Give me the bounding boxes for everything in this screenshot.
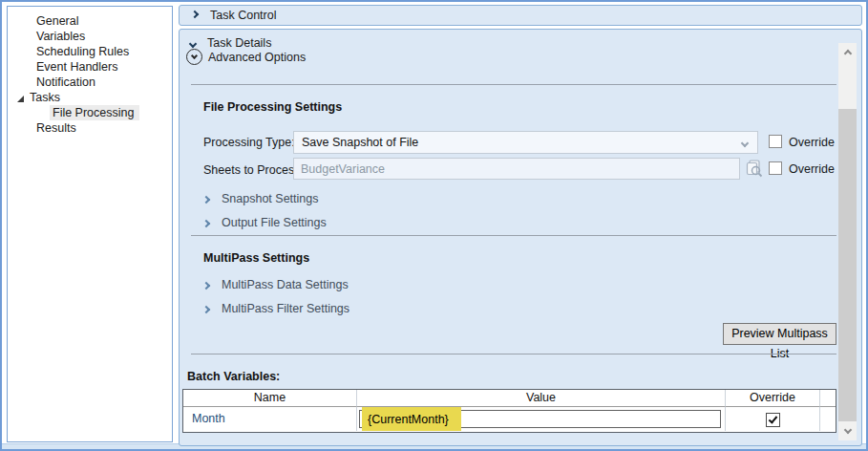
output-file-settings-expander[interactable]: Output File Settings: [203, 216, 327, 229]
task-details-panel: Task Details Advanced Options File Proce…: [179, 29, 862, 446]
scrollbar-up-button[interactable]: [838, 43, 857, 61]
sheets-override-label: Override: [789, 162, 835, 176]
tree-item-scheduling-rules[interactable]: Scheduling Rules: [8, 44, 172, 59]
tree-item-event-handlers[interactable]: Event Handlers: [8, 59, 172, 75]
chevron-right-icon: [191, 11, 199, 18]
row-spacer-cell: [820, 407, 836, 431]
task-control-label: Task Control: [210, 9, 276, 22]
column-header-name: Name: [183, 390, 357, 407]
tree-item-file-processing[interactable]: File Processing: [8, 105, 172, 120]
chevron-right-icon: [202, 305, 210, 312]
multipass-filter-settings-label: MultiPass Filter Settings: [222, 302, 349, 315]
scrollbar-thumb[interactable]: [838, 109, 857, 421]
processing-type-value: Save Snapshot of File: [302, 136, 418, 149]
tree-item-notification[interactable]: Notification: [8, 75, 172, 90]
separator: [191, 235, 836, 236]
variable-value-input[interactable]: {CurrentMonth}: [359, 410, 721, 428]
preview-multipass-list-button[interactable]: Preview Multipass List: [723, 323, 836, 345]
tree-item-tasks[interactable]: Tasks: [8, 90, 172, 105]
vertical-scrollbar[interactable]: [838, 43, 857, 440]
chevron-down-icon: [843, 426, 851, 434]
tree-item-variables[interactable]: Variables: [8, 29, 172, 44]
sheets-override-checkbox[interactable]: [769, 161, 782, 175]
batch-variables-title: Batch Variables:: [187, 370, 280, 383]
multipass-data-settings-label: MultiPass Data Settings: [222, 278, 349, 291]
separator: [191, 354, 836, 354]
task-configuration-window: General Variables Scheduling Rules Event…: [0, 0, 868, 451]
column-header-spacer: [820, 390, 836, 407]
chevron-up-icon: [843, 50, 851, 57]
sheets-to-process-input[interactable]: [293, 158, 740, 180]
tree-expanded-icon[interactable]: [17, 96, 24, 102]
chevron-right-icon: [202, 281, 210, 289]
variable-name-cell[interactable]: Month: [183, 407, 357, 431]
snapshot-settings-label: Snapshot Settings: [222, 192, 318, 205]
output-file-settings-label: Output File Settings: [222, 216, 327, 229]
advanced-options-label: Advanced Options: [208, 51, 306, 64]
snapshot-settings-expander[interactable]: Snapshot Settings: [203, 192, 318, 205]
multipass-data-settings-expander[interactable]: MultiPass Data Settings: [203, 278, 349, 291]
sheet-picker-icon[interactable]: [745, 159, 764, 178]
task-details-expander[interactable]: Task Details: [190, 36, 271, 50]
variable-value-cell: {CurrentMonth}: [357, 407, 726, 431]
highlighted-value-text: {CurrentMonth}: [362, 407, 461, 431]
circle-chevron-down-icon: [186, 49, 202, 65]
tree-item-results[interactable]: Results: [8, 120, 172, 136]
advanced-options-expander[interactable]: Advanced Options: [186, 49, 306, 65]
processing-type-dropdown[interactable]: Save Snapshot of File: [293, 131, 758, 154]
separator: [191, 84, 836, 85]
variable-override-cell: [726, 407, 820, 431]
processing-type-label: Processing Type:: [203, 136, 295, 149]
processing-type-override-label: Override: [789, 136, 835, 149]
task-details-label: Task Details: [207, 36, 271, 50]
tree-item-general[interactable]: General: [8, 13, 172, 29]
tree-item-file-processing-label: File Processing: [50, 105, 139, 120]
navigation-tree: General Variables Scheduling Rules Event…: [7, 6, 173, 442]
chevron-right-icon: [202, 195, 210, 203]
multipass-filter-settings-expander[interactable]: MultiPass Filter Settings: [203, 302, 349, 315]
chevron-right-icon: [202, 219, 210, 226]
chevron-down-icon: [741, 140, 749, 147]
tree-item-tasks-label: Tasks: [30, 90, 60, 105]
file-processing-settings-title: File Processing Settings: [203, 100, 342, 114]
task-control-expander[interactable]: Task Control: [179, 5, 862, 26]
sheets-to-process-label: Sheets to Process:: [203, 163, 304, 177]
variable-override-checkbox[interactable]: [766, 413, 780, 427]
scrollbar-down-button[interactable]: [838, 422, 857, 440]
processing-type-override-checkbox[interactable]: [769, 135, 782, 148]
chevron-down-icon: [189, 40, 197, 48]
multipass-settings-title: MultiPass Settings: [203, 251, 309, 265]
column-header-value: Value: [357, 390, 726, 407]
batch-variables-table: Name Value Override Month {CurrentMonth}: [182, 389, 836, 433]
column-header-override: Override: [726, 390, 820, 407]
